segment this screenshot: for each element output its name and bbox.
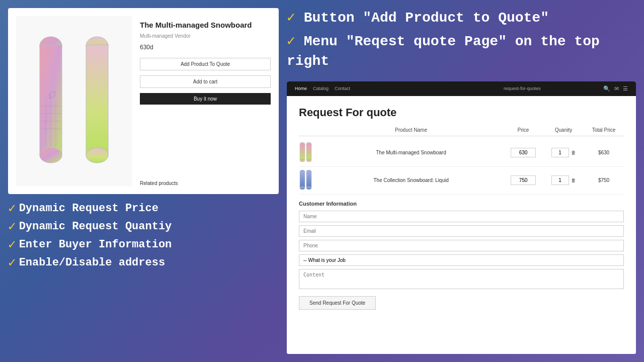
check-icon-top1: ✓ bbox=[287, 10, 295, 26]
rfq-row-1-image bbox=[299, 142, 319, 163]
feature-text-3: Enter Buyer Information bbox=[19, 238, 172, 251]
checkmark-icon-4: ✓ bbox=[8, 256, 16, 269]
svg-rect-16 bbox=[86, 45, 108, 155]
top-text-label2: Menu "Reqest quote Page" on the top righ… bbox=[287, 34, 600, 69]
svg-rect-22 bbox=[306, 144, 311, 160]
rfq-row-1-price-input[interactable] bbox=[511, 148, 536, 157]
buy-it-now-button[interactable]: Buy it now bbox=[140, 93, 271, 105]
svg-point-12 bbox=[48, 85, 49, 86]
rfq-nav-icons: 🔍 ✉ ☰ bbox=[603, 85, 628, 92]
top-text-line1: ✓ Button "Add Product to Quote" bbox=[287, 8, 636, 28]
product-vendor: Multi-managed Vendor bbox=[140, 33, 271, 39]
feature-item-1: ✓ Dynamic Request Price bbox=[8, 202, 279, 215]
rfq-row-1: The Multi-managed Snowboard 🗑 $630 bbox=[299, 139, 624, 167]
product-image-area bbox=[16, 16, 132, 186]
rfq-row-1-qty-cell: 🗑 bbox=[543, 148, 584, 157]
customer-name-input[interactable] bbox=[299, 211, 624, 222]
left-panel: The Multi-managed Snowboard Multi-manage… bbox=[0, 0, 287, 362]
rfq-row-2-total: $750 bbox=[584, 177, 624, 183]
checkmark-icon-1: ✓ bbox=[8, 202, 16, 215]
menu-icon: ☰ bbox=[623, 85, 628, 92]
right-panel: ✓ Button "Add Product to Quote" ✓ Menu "… bbox=[287, 0, 644, 362]
svg-point-23 bbox=[306, 159, 311, 162]
rfq-url-bar: request-for-quotes bbox=[449, 86, 596, 91]
customer-job-select[interactable]: -- What is your Job bbox=[299, 254, 624, 266]
snowboard-1-icon bbox=[31, 36, 71, 166]
svg-point-11 bbox=[56, 75, 58, 77]
snowboard-2-icon bbox=[77, 36, 117, 166]
col-total: Total Price bbox=[584, 127, 624, 133]
rfq-screenshot: Home Catalog Contact request-for-quotes … bbox=[287, 81, 636, 354]
customer-email-input[interactable] bbox=[299, 225, 624, 237]
customer-information-section: Customer Information -- What is your Job… bbox=[299, 201, 624, 310]
svg-point-10 bbox=[45, 65, 47, 67]
checkmark-icon-2: ✓ bbox=[8, 220, 16, 233]
rfq-row-2-qty-input[interactable] bbox=[551, 175, 569, 185]
feature-item-4: ✓ Enable/Disable address bbox=[8, 256, 279, 269]
rfq-row-1-price-cell bbox=[503, 148, 543, 157]
customer-phone-input[interactable] bbox=[299, 240, 624, 251]
rfq-snowboard-2-icon bbox=[299, 170, 313, 190]
svg-point-20 bbox=[300, 159, 305, 162]
rfq-row-2-image bbox=[299, 170, 319, 191]
svg-rect-28 bbox=[306, 171, 311, 188]
col-price: Price bbox=[503, 127, 543, 133]
rfq-body: Request For quote Product Name Price Qua… bbox=[287, 96, 636, 354]
send-request-button[interactable]: Send Request For Quote bbox=[299, 296, 376, 310]
svg-rect-19 bbox=[300, 144, 305, 160]
add-to-cart-button[interactable]: Add to cart bbox=[140, 75, 271, 88]
nav-contact: Contact bbox=[335, 86, 350, 91]
related-products-label: Related products bbox=[140, 176, 271, 186]
feature-text-4: Enable/Disable address bbox=[19, 256, 165, 269]
rfq-row-2-delete-icon[interactable]: 🗑 bbox=[571, 177, 576, 183]
rfq-snowboard-1-icon bbox=[299, 142, 313, 162]
col-product-name: Product Name bbox=[319, 127, 503, 133]
top-right-text: ✓ Button "Add Product to Quote" ✓ Menu "… bbox=[287, 8, 636, 71]
rfq-row-2-price-cell bbox=[503, 175, 543, 185]
snowboard-images bbox=[31, 36, 117, 166]
nav-home: Home bbox=[295, 86, 307, 91]
product-price: 630d bbox=[140, 44, 271, 51]
feature-item-2: ✓ Dynamic Request Quantiy bbox=[8, 220, 279, 233]
rfq-navbar: Home Catalog Contact request-for-quotes … bbox=[287, 81, 636, 96]
product-card-screenshot: The Multi-managed Snowboard Multi-manage… bbox=[8, 8, 279, 194]
feature-text-2: Dynamic Request Quantiy bbox=[19, 220, 172, 233]
features-list: ✓ Dynamic Request Price ✓ Dynamic Reques… bbox=[8, 202, 279, 269]
checkmark-icon-3: ✓ bbox=[8, 238, 16, 251]
customer-section-label: Customer Information bbox=[299, 201, 624, 207]
rfq-row-2: The Collection Snowboard: Liquid 🗑 $750 bbox=[299, 167, 624, 195]
search-icon: 🔍 bbox=[603, 85, 610, 92]
rfq-row-1-total: $630 bbox=[584, 150, 624, 155]
svg-point-2 bbox=[40, 148, 62, 163]
rfq-row-2-price-input[interactable] bbox=[511, 175, 536, 185]
product-title: The Multi-managed Snowboard bbox=[140, 20, 271, 30]
top-text-line2: ✓ Menu "Reqest quote Page" on the top ri… bbox=[287, 32, 636, 71]
rfq-nav-links: Home Catalog Contact bbox=[295, 86, 441, 91]
product-info: The Multi-managed Snowboard Multi-manage… bbox=[140, 16, 271, 186]
svg-point-17 bbox=[86, 148, 108, 163]
check-icon-top2: ✓ bbox=[287, 34, 295, 49]
customer-content-textarea[interactable] bbox=[299, 269, 624, 289]
mail-icon: ✉ bbox=[614, 85, 619, 92]
feature-item-3: ✓ Enter Buyer Information bbox=[8, 238, 279, 251]
svg-point-29 bbox=[306, 187, 311, 190]
nav-catalog: Catalog bbox=[313, 86, 329, 91]
feature-text-1: Dynamic Request Price bbox=[19, 202, 158, 215]
svg-point-26 bbox=[300, 187, 305, 190]
rfq-row-1-name: The Multi-managed Snowboard bbox=[319, 150, 503, 155]
svg-rect-25 bbox=[300, 171, 305, 188]
rfq-title: Request For quote bbox=[299, 106, 624, 119]
top-text-label1: Button "Add Product to Quote" bbox=[304, 10, 549, 26]
add-product-to-quote-button[interactable]: Add Product To Quote bbox=[140, 58, 271, 70]
rfq-row-1-qty-input[interactable] bbox=[551, 148, 569, 157]
rfq-row-2-name: The Collection Snowboard: Liquid bbox=[319, 177, 503, 183]
col-image bbox=[299, 127, 319, 133]
col-quantity: Quanity bbox=[543, 127, 584, 133]
rfq-row-1-delete-icon[interactable]: 🗑 bbox=[571, 150, 576, 155]
rfq-row-2-qty-cell: 🗑 bbox=[543, 175, 584, 185]
rfq-table-header: Product Name Price Quanity Total Price bbox=[299, 127, 624, 136]
